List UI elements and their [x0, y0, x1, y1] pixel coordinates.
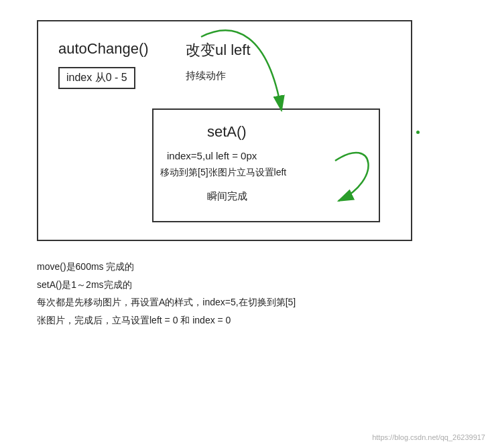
index-eq-label: index=5,ul left = 0px — [167, 150, 257, 161]
move-to-label: 移动到第[5]张图片立马设置left — [160, 167, 286, 179]
dot-decoration — [416, 131, 420, 134]
change-ul-label: 改变ul left — [186, 40, 251, 60]
auto-change-label: autoChange() — [58, 40, 149, 58]
index-range-box: index 从0 - 5 — [58, 67, 135, 89]
watermark: https://blog.csdn.net/qq_26239917 — [372, 433, 485, 441]
bottom-line-1: move()是600ms 完成的 — [37, 258, 296, 276]
instant-label: 瞬间完成 — [207, 190, 247, 203]
bottom-line-4: 张图片，完成后，立马设置left = 0 和 index = 0 — [37, 311, 296, 329]
bottom-line-3: 每次都是先移动图片，再设置A的样式，index=5,在切换到第[5] — [37, 293, 296, 311]
set-a-label: setA() — [207, 123, 247, 141]
bottom-line-2: setA()是1～2ms完成的 — [37, 276, 296, 294]
main-diagram-box: autoChange() 改变ul left index 从0 - 5 持续动作… — [37, 20, 412, 241]
continue-action-label: 持续动作 — [186, 70, 226, 82]
inner-diagram-box: setA() index=5,ul left = 0px 移动到第[5]张图片立… — [152, 108, 380, 222]
bottom-description: move()是600ms 完成的 setA()是1～2ms完成的 每次都是先移动… — [37, 258, 296, 329]
